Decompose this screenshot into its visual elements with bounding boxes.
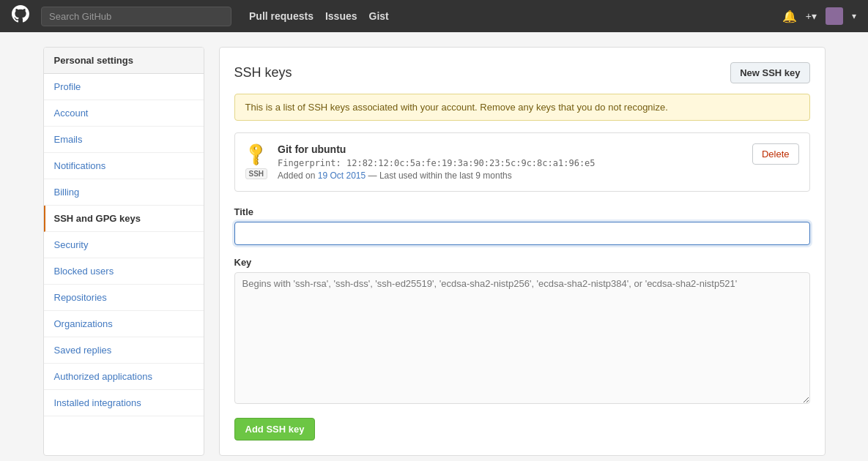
sidebar-item-account[interactable]: Account <box>44 100 204 127</box>
main-nav: Pull requests Issues Gist <box>249 10 389 22</box>
section-title: SSH keys <box>234 65 292 80</box>
ssh-key-icon-wrap: 🔑 SSH <box>245 145 268 179</box>
notifications-icon[interactable]: 🔔 <box>782 10 797 23</box>
info-banner: This is a list of SSH keys associated wi… <box>234 94 810 121</box>
added-date: 19 Oct 2015 <box>318 170 366 181</box>
ssh-key-meta: Added on 19 Oct 2015 — Last used within … <box>278 170 742 181</box>
nav-issues[interactable]: Issues <box>325 10 357 22</box>
main-content: SSH keys New SSH key This is a list of S… <box>219 47 826 456</box>
sidebar-item-authorized-applications[interactable]: Authorized applications <box>44 364 204 390</box>
title-label: Title <box>234 206 810 217</box>
nav-gist[interactable]: Gist <box>369 10 389 22</box>
ssh-key-info: Git for ubuntu Fingerprint: 12:82:12:0c:… <box>278 143 742 181</box>
sidebar-item-notifications[interactable]: Notifications <box>44 153 204 179</box>
ssh-key-name: Git for ubuntu <box>278 143 742 155</box>
new-ssh-key-button[interactable]: New SSH key <box>730 62 809 83</box>
title-input[interactable] <box>234 222 810 245</box>
delete-key-button[interactable]: Delete <box>752 143 799 165</box>
page-container: Personal settings Profile Account Emails… <box>31 47 837 456</box>
ssh-key-fingerprint: Fingerprint: 12:82:12:0c:5a:fe:19:3a:90:… <box>278 158 742 168</box>
new-menu-button[interactable]: +▾ <box>806 10 817 22</box>
sidebar-item-profile[interactable]: Profile <box>44 74 204 100</box>
search-container <box>41 7 231 26</box>
add-ssh-key-button[interactable]: Add SSH key <box>234 418 316 441</box>
fingerprint-value: 12:82:12:0c:5a:fe:19:3a:90:23:5c:9c:8c:a… <box>346 158 596 168</box>
sidebar-item-blocked-users[interactable]: Blocked users <box>44 258 204 285</box>
sidebar-item-saved-replies[interactable]: Saved replies <box>44 337 204 364</box>
sidebar-item-security[interactable]: Security <box>44 232 204 258</box>
search-input[interactable] <box>41 7 231 26</box>
nav-pull-requests[interactable]: Pull requests <box>249 10 314 22</box>
sidebar-item-ssh-gpg-keys[interactable]: SSH and GPG keys <box>44 206 204 232</box>
title-form-group: Title <box>234 206 810 245</box>
separator: — <box>368 170 377 181</box>
sidebar: Personal settings Profile Account Emails… <box>43 47 204 456</box>
sidebar-item-repositories[interactable]: Repositories <box>44 285 204 311</box>
ssh-badge: SSH <box>245 168 268 179</box>
sidebar-item-installed-integrations[interactable]: Installed integrations <box>44 390 204 416</box>
sidebar-header: Personal settings <box>44 48 204 74</box>
site-header: Pull requests Issues Gist 🔔 +▾ ▾ <box>0 0 868 32</box>
key-form-group: Key <box>234 257 810 406</box>
key-icon: 🔑 <box>242 140 270 168</box>
last-used-text: Last used within the last 9 months <box>379 170 512 181</box>
avatar[interactable] <box>826 7 843 25</box>
header-right: 🔔 +▾ ▾ <box>782 7 856 25</box>
sidebar-item-organizations[interactable]: Organizations <box>44 311 204 337</box>
sidebar-item-billing[interactable]: Billing <box>44 179 204 206</box>
sidebar-item-emails[interactable]: Emails <box>44 127 204 153</box>
fingerprint-label: Fingerprint: <box>278 158 341 168</box>
key-label: Key <box>234 257 810 268</box>
key-textarea[interactable] <box>234 272 810 404</box>
added-text: Added on <box>278 170 315 181</box>
avatar-dropdown[interactable]: ▾ <box>852 11 856 21</box>
github-logo[interactable] <box>12 5 29 27</box>
ssh-key-card: 🔑 SSH Git for ubuntu Fingerprint: 12:82:… <box>234 132 810 192</box>
section-header: SSH keys New SSH key <box>234 62 810 83</box>
